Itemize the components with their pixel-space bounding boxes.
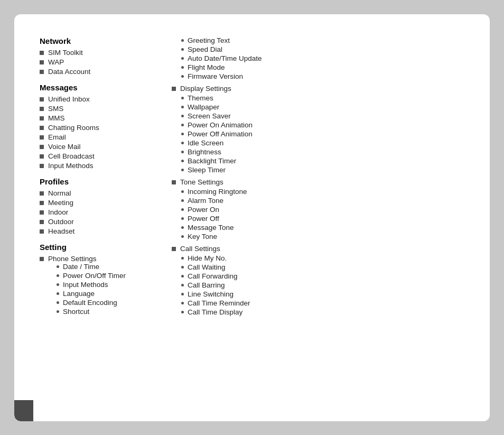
right-section: Tone SettingsIncoming RingtoneAlarm Tone… xyxy=(172,178,475,240)
right-sub-list: Incoming RingtoneAlarm TonePower OnPower… xyxy=(181,188,475,240)
square-bullet-icon xyxy=(40,97,44,101)
right-sub-item: Sleep Timer xyxy=(181,166,475,174)
right-sub-item: Call Time Display xyxy=(181,308,475,316)
right-dot-item: Speed Dial xyxy=(181,45,475,53)
dot-bullet-icon xyxy=(57,292,59,295)
sub-item-label: Default Encoding xyxy=(63,299,117,307)
section-title: Network xyxy=(40,36,156,45)
right-sub-item: Alarm Tone xyxy=(181,197,475,205)
sub-item: Shortcut xyxy=(57,308,126,316)
right-sub-item-label: Line Switching xyxy=(188,290,234,298)
menu-item: Indoor xyxy=(40,208,156,216)
right-dot-item-label: Firmware Version xyxy=(188,72,243,80)
dot-bullet-icon xyxy=(181,97,184,99)
dot-bullet-icon xyxy=(57,265,59,268)
menu-item: SMS xyxy=(40,105,156,113)
menu-item: Cell Broadcast xyxy=(40,152,156,160)
right-sub-item-label: Alarm Tone xyxy=(188,197,223,205)
square-bullet-icon xyxy=(40,107,44,111)
dot-bullet-icon xyxy=(181,75,184,78)
menu-item-label: SMS xyxy=(48,105,63,113)
menu-item-label: MMS xyxy=(48,114,65,122)
right-square-item: Call Settings xyxy=(172,245,475,253)
sub-item: Date / Time xyxy=(57,263,126,271)
right-sub-item: Hide My No. xyxy=(181,254,475,262)
right-sub-item-label: Key Tone xyxy=(188,233,217,240)
dot-bullet-icon xyxy=(57,274,59,277)
right-sub-item: Key Tone xyxy=(181,233,475,240)
content-area: NetworkSIM ToolkitWAPData AccountMessage… xyxy=(14,14,490,421)
right-sub-item-label: Incoming Ringtone xyxy=(188,188,247,196)
right-sub-item: Themes xyxy=(181,94,475,102)
page-wrapper: NetworkSIM ToolkitWAPData AccountMessage… xyxy=(14,14,490,421)
right-section: Call SettingsHide My No.Call WaitingCall… xyxy=(172,245,475,316)
right-sub-item: Screen Saver xyxy=(181,112,475,120)
menu-item-label: Normal xyxy=(48,189,71,197)
menu-item-label: Voice Mail xyxy=(48,143,81,151)
square-bullet-icon xyxy=(172,247,176,251)
dot-bullet-icon xyxy=(57,301,59,304)
menu-item: Chatting Rooms xyxy=(40,124,156,132)
dot-bullet-icon xyxy=(181,133,184,135)
dot-bullet-icon xyxy=(181,208,184,211)
right-sub-item-label: Call Forwarding xyxy=(188,272,238,280)
dot-bullet-icon xyxy=(181,39,184,42)
right-sub-item: Backlight Timer xyxy=(181,157,475,165)
right-dot-item: Flight Mode xyxy=(181,63,475,71)
right-sub-item: Wallpaper xyxy=(181,103,475,111)
right-sub-item-label: Power On Animation xyxy=(188,121,253,129)
right-sub-item: Idle Screen xyxy=(181,139,475,147)
right-sub-item-label: Call Time Reminder xyxy=(188,299,250,307)
two-col-layout: NetworkSIM ToolkitWAPData AccountMessage… xyxy=(40,36,475,409)
menu-item-label: Unified Inbox xyxy=(48,95,90,103)
right-sub-item-label: Power Off Animation xyxy=(188,130,253,138)
sub-item-label: Language xyxy=(63,290,95,298)
right-sub-list: Hide My No.Call WaitingCall ForwardingCa… xyxy=(181,254,475,316)
menu-list: SIM ToolkitWAPData Account xyxy=(40,49,156,76)
right-sub-item-label: Themes xyxy=(188,94,213,102)
menu-item-label: WAP xyxy=(48,58,64,66)
square-bullet-icon xyxy=(40,191,44,196)
right-dot-item-label: Auto Date/Time Update xyxy=(188,54,262,62)
right-sub-item-label: Call Waiting xyxy=(188,263,226,271)
menu-item-label: Headset xyxy=(48,227,74,235)
right-dot-item-label: Flight Mode xyxy=(188,63,225,71)
menu-item-label: Cell Broadcast xyxy=(48,152,95,160)
dot-bullet-icon xyxy=(181,106,184,108)
sub-item: Language xyxy=(57,290,126,298)
sub-item-label: Input Methods xyxy=(63,281,108,289)
menu-item: Voice Mail xyxy=(40,143,156,151)
dot-bullet-icon xyxy=(181,284,184,286)
right-sub-item: Call Waiting xyxy=(181,263,475,271)
dot-bullet-icon xyxy=(181,311,184,313)
menu-item: SIM Toolkit xyxy=(40,49,156,57)
dot-bullet-icon xyxy=(181,48,184,51)
menu-item-label: Indoor xyxy=(48,208,68,216)
right-sub-item: Power On Animation xyxy=(181,121,475,129)
sub-item: Input Methods xyxy=(57,281,126,289)
square-bullet-icon xyxy=(40,154,44,159)
square-bullet-icon xyxy=(40,51,44,55)
right-sub-item: Incoming Ringtone xyxy=(181,188,475,196)
dot-bullet-icon xyxy=(181,217,184,220)
right-dot-item-label: Speed Dial xyxy=(188,45,222,53)
right-square-item-label: Call Settings xyxy=(180,245,220,253)
dot-bullet-icon xyxy=(181,124,184,126)
menu-item-label: SIM Toolkit xyxy=(48,49,83,57)
right-sub-item-label: Power Off xyxy=(188,215,219,223)
right-sub-item: Call Time Reminder xyxy=(181,299,475,307)
menu-list: Unified InboxSMSMMSChatting RoomsEmailVo… xyxy=(40,95,156,170)
menu-item-label: Input Methods xyxy=(48,162,94,170)
right-sub-item-label: Message Tone xyxy=(188,224,234,232)
menu-item-label: Phone Settings xyxy=(48,255,97,263)
dot-bullet-icon xyxy=(181,302,184,304)
dot-bullet-icon xyxy=(181,235,184,238)
square-bullet-icon xyxy=(172,180,176,184)
dot-bullet-icon xyxy=(181,293,184,295)
dot-bullet-icon xyxy=(57,310,59,313)
right-section: Greeting TextSpeed DialAuto Date/Time Up… xyxy=(172,36,475,80)
right-sub-item: Power Off xyxy=(181,215,475,223)
right-sub-item: Call Forwarding xyxy=(181,272,475,280)
square-bullet-icon xyxy=(40,201,44,205)
square-bullet-icon xyxy=(40,135,44,140)
